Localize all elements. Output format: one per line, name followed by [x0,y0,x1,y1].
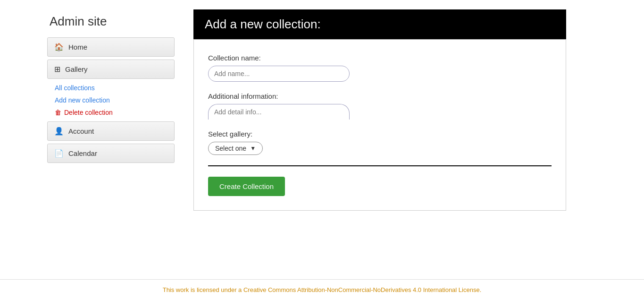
home-icon: 🏠 [54,43,64,51]
trash-icon: 🗑 [55,109,61,116]
gallery-sub-menu: All collections Add new collection 🗑Dele… [47,82,175,119]
all-collections-label: All collections [55,84,95,92]
gallery-icon: ⊞ [54,65,60,74]
footer-link-text: Creative Commons Attribution-NonCommerci… [243,286,480,293]
collection-name-input[interactable] [208,66,350,82]
sidebar-item-gallery-label: Gallery [65,65,88,73]
sidebar-item-home[interactable]: 🏠 Home [47,37,175,57]
delete-collection-label: Delete collection [64,109,113,116]
sidebar-item-calendar[interactable]: 📄 Calendar [47,144,175,163]
sidebar-item-gallery[interactable]: ⊞ Gallery [47,60,175,79]
site-title: Admin site [47,14,175,29]
form-card: Collection name: Additional information:… [193,39,566,211]
page-header: Add a new collection: [193,9,566,39]
sidebar-item-delete-collection[interactable]: 🗑Delete collection [54,106,175,119]
sidebar-item-all-collections[interactable]: All collections [54,82,175,94]
form-divider [208,165,552,166]
select-value: Select one [215,145,246,152]
collection-name-group: Collection name: [208,54,552,82]
sidebar-item-account[interactable]: 👤 Account [47,121,175,141]
main-content: Add a new collection: Collection name: A… [175,9,580,270]
select-gallery-group: Select gallery: Select one ▼ [208,130,552,155]
sidebar-item-account-label: Account [68,127,94,135]
create-collection-button[interactable]: Create Collection [208,177,285,196]
sidebar: Admin site 🏠 Home ⊞ Gallery All collecti… [47,9,175,270]
footer-text-before: This work is licensed under a [163,286,243,293]
sidebar-item-add-new-collection[interactable]: Add new collection [54,94,175,106]
select-gallery-label: Select gallery: [208,130,552,138]
account-icon: 👤 [54,127,64,136]
footer: This work is licensed under a Creative C… [0,279,644,300]
additional-info-input[interactable] [208,104,350,120]
collection-name-label: Collection name: [208,54,552,62]
footer-text-after: . [480,286,482,293]
gallery-select[interactable]: Select one ▼ [208,142,263,155]
footer-license-link[interactable]: Creative Commons Attribution-NonCommerci… [243,286,480,293]
add-new-collection-label: Add new collection [55,96,110,104]
calendar-icon: 📄 [54,149,64,158]
chevron-down-icon: ▼ [250,145,256,152]
additional-info-group: Additional information: [208,92,552,120]
page-title: Add a new collection: [205,17,555,32]
additional-info-label: Additional information: [208,92,552,100]
sidebar-item-home-label: Home [68,43,87,51]
sidebar-item-calendar-label: Calendar [68,149,97,157]
